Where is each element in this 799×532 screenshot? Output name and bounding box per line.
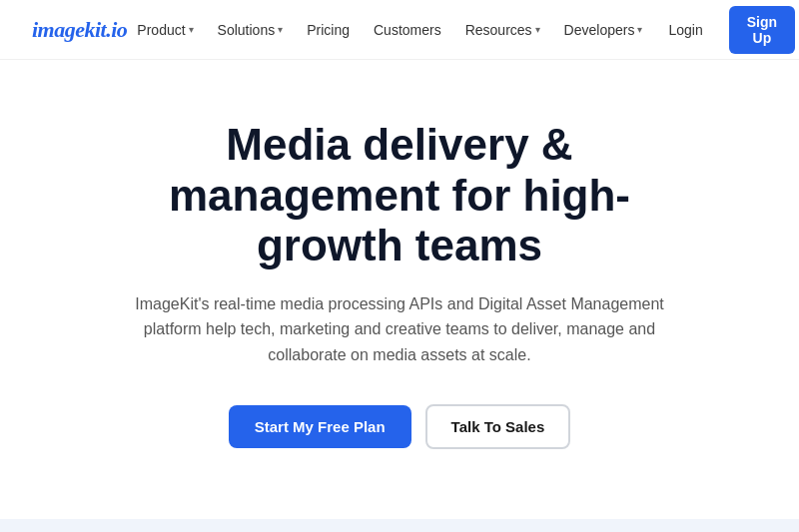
chevron-down-icon: ▾ [637, 24, 642, 35]
logo-text: imagekit [32, 17, 106, 42]
nav-customers[interactable]: Customers [364, 16, 451, 44]
nav-product[interactable]: Product ▾ [127, 16, 203, 44]
hero-title: Media delivery & management for high-gro… [100, 120, 699, 271]
site-logo[interactable]: imagekit.io [32, 17, 127, 43]
logo-io: io [111, 17, 127, 42]
nav-developers[interactable]: Developers ▾ [554, 16, 653, 44]
nav-resources[interactable]: Resources ▾ [455, 16, 550, 44]
login-button[interactable]: Login [652, 15, 718, 45]
hero-subtitle: ImageKit's real-time media processing AP… [120, 291, 679, 368]
trusted-section: Trusted by 2,000+ high-growth businesses… [0, 519, 799, 532]
nav-pricing[interactable]: Pricing [297, 16, 360, 44]
talk-to-sales-button[interactable]: Talk To Sales [425, 404, 571, 449]
chevron-down-icon: ▾ [535, 24, 540, 35]
chevron-down-icon: ▾ [278, 24, 283, 35]
signup-button[interactable]: Sign Up [729, 6, 795, 54]
navbar: imagekit.io Product ▾ Solutions ▾ Pricin… [0, 0, 799, 60]
chevron-down-icon: ▾ [189, 24, 194, 35]
hero-section: Media delivery & management for high-gro… [0, 60, 799, 519]
start-free-plan-button[interactable]: Start My Free Plan [229, 405, 411, 448]
hero-cta-group: Start My Free Plan Talk To Sales [229, 404, 571, 449]
nav-links: Product ▾ Solutions ▾ Pricing Customers … [127, 16, 652, 44]
nav-auth-buttons: Login Sign Up [652, 6, 795, 54]
nav-solutions[interactable]: Solutions ▾ [208, 16, 294, 44]
